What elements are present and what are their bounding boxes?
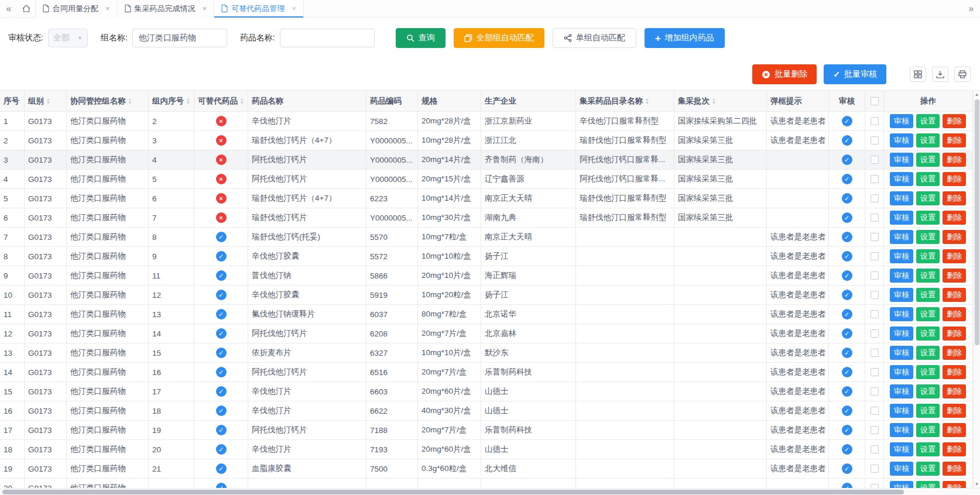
row-review-button[interactable]: 审核 (890, 404, 913, 418)
col-header-replaceable[interactable]: 可替代药品▲▼ (194, 91, 248, 111)
horizontal-scrollbar[interactable] (0, 488, 980, 495)
sort-icons[interactable]: ▲▼ (46, 98, 50, 104)
scroll-down-icon[interactable]: ▼ (975, 480, 979, 488)
row-settings-button[interactable]: 设置 (916, 230, 940, 244)
row-settings-button[interactable]: 设置 (916, 384, 940, 398)
row-review-button[interactable]: 审核 (890, 423, 913, 437)
row-settings-button[interactable]: 设置 (916, 153, 940, 167)
tabs-scroll-left-icon[interactable]: « (0, 4, 18, 14)
table-row[interactable]: 1G0173他汀类口服药物2×辛伐他汀片758220mg*28片/盒浙江京新药业… (0, 112, 973, 131)
query-button[interactable]: 查询 (396, 28, 446, 48)
horizontal-scrollbar-thumb[interactable] (2, 490, 904, 494)
sort-desc-icon[interactable]: ▼ (46, 101, 50, 104)
scroll-up-icon[interactable]: ▲ (975, 91, 979, 98)
row-delete-button[interactable]: 删除 (943, 404, 966, 418)
row-select-checkbox[interactable] (871, 465, 879, 473)
row-review-button[interactable]: 审核 (890, 481, 913, 488)
group-name-input[interactable] (132, 29, 227, 47)
table-row[interactable]: 12G0173他汀类口服药物14✓阿托伐他汀钙片620820mg*7片/盒北京嘉… (0, 324, 973, 343)
tabs-scroll-right-icon[interactable]: » (962, 4, 980, 14)
table-row[interactable]: 18G0173他汀类口服药物20✓辛伐他汀片719320mg*60片/盒山德士该… (0, 440, 973, 459)
row-select-checkbox[interactable] (871, 175, 879, 183)
row-settings-button[interactable]: 设置 (916, 365, 940, 379)
table-row[interactable]: 20G0173他汀类口服药物✓✓审核设置删除 (0, 479, 973, 488)
row-review-button[interactable]: 审核 (890, 172, 913, 186)
table-row[interactable]: 17G0173他汀类口服药物19✓阿托伐他汀钙片718820mg*7片/盒乐普制… (0, 421, 973, 440)
table-row[interactable]: 10G0173他汀类口服药物12✓辛伐他汀胶囊591910mg*20粒/盒扬子江… (0, 286, 973, 305)
col-header-group[interactable]: 组别▲▼ (25, 91, 67, 111)
col-header-catalog_name[interactable]: 集采药品目录名称▲▼ (576, 91, 674, 111)
row-select-checkbox[interactable] (871, 271, 879, 280)
table-row[interactable]: 19G0173他汀类口服药物21✓血脂康胶囊75000.3g*60粒/盒北大维信… (0, 459, 973, 479)
sort-icons[interactable]: ▲▼ (645, 98, 649, 104)
vertical-scrollbar[interactable]: ▲ ▼ (973, 91, 980, 488)
row-settings-button[interactable]: 设置 (916, 326, 940, 341)
table-row[interactable]: 16G0173他汀类口服药物18✓辛伐他汀片662240mg*30片/盒山德士该… (0, 401, 973, 421)
sort-icons[interactable]: ▲▼ (128, 98, 132, 104)
row-select-checkbox[interactable] (871, 426, 879, 434)
row-review-button[interactable]: 审核 (890, 191, 913, 205)
row-settings-button[interactable]: 设置 (916, 269, 940, 283)
row-settings-button[interactable]: 设置 (916, 404, 940, 418)
col-header-inner_seq[interactable]: 组内序号▲▼ (149, 91, 194, 111)
sort-desc-icon[interactable]: ▼ (712, 101, 716, 104)
row-settings-button[interactable]: 设置 (916, 133, 940, 147)
row-delete-button[interactable]: 删除 (943, 442, 966, 456)
row-delete-button[interactable]: 删除 (943, 211, 966, 225)
table-row[interactable]: 2G0173他汀类口服药物3×瑞舒伐他汀钙片（4+7）Y0000005...10… (0, 131, 973, 150)
sort-desc-icon[interactable]: ▼ (186, 101, 190, 104)
table-row[interactable]: 15G0173他汀类口服药物17✓辛伐他汀片660320mg*60片/盒山德士该… (0, 382, 973, 401)
drug-name-input[interactable] (280, 29, 375, 47)
row-review-button[interactable]: 审核 (890, 365, 913, 379)
row-delete-button[interactable]: 删除 (943, 384, 966, 398)
home-icon[interactable] (18, 0, 35, 18)
row-delete-button[interactable]: 删除 (943, 172, 966, 186)
row-review-button[interactable]: 审核 (890, 211, 913, 225)
table-row[interactable]: 11G0173他汀类口服药物13✓氟伐他汀钠缓释片603780mg*7粒/盒北京… (0, 305, 973, 324)
row-review-button[interactable]: 审核 (890, 384, 913, 398)
row-select-checkbox[interactable] (871, 349, 879, 357)
row-delete-button[interactable]: 删除 (943, 230, 966, 244)
batch-delete-button[interactable]: 批量删除 (752, 64, 817, 84)
tab-close-icon[interactable]: × (105, 5, 110, 12)
row-select-checkbox[interactable] (871, 445, 879, 453)
table-row[interactable]: 5G0173他汀类口服药物6×瑞舒伐他汀钙片（4+7）622310mg*14片/… (0, 189, 973, 208)
sort-desc-icon[interactable]: ▼ (645, 101, 649, 104)
table-row[interactable]: 9G0173他汀类口服药物11✓普伐他汀钠586620mg*10片/盒海正辉瑞该… (0, 266, 973, 286)
print-button[interactable] (954, 67, 971, 82)
col-header-batch[interactable]: 集采批次▲▼ (674, 91, 767, 111)
table-row[interactable]: 14G0173他汀类口服药物16✓阿托伐他汀钙片651620mg*7片/盒乐普制… (0, 363, 973, 382)
row-settings-button[interactable]: 设置 (916, 249, 940, 263)
row-review-button[interactable]: 审核 (890, 326, 913, 341)
row-delete-button[interactable]: 删除 (943, 365, 966, 379)
table-row[interactable]: 13G0173他汀类口服药物15✓依折麦布片632710mg*10片/盒默沙东该… (0, 343, 973, 363)
row-settings-button[interactable]: 设置 (916, 307, 940, 321)
row-delete-button[interactable]: 删除 (943, 307, 966, 321)
tab-2[interactable]: 集采药品完成情况× (118, 0, 215, 18)
export-button[interactable] (932, 67, 948, 82)
tab-3[interactable]: 可替代药品管理× (214, 0, 304, 18)
row-delete-button[interactable]: 删除 (943, 114, 966, 128)
row-delete-button[interactable]: 删除 (943, 326, 966, 341)
row-settings-button[interactable]: 设置 (916, 481, 940, 488)
row-delete-button[interactable]: 删除 (943, 462, 966, 476)
sort-icons[interactable]: ▲▼ (712, 98, 716, 104)
col-header-group_name[interactable]: 协同管控组名称▲▼ (67, 91, 149, 111)
row-settings-button[interactable]: 设置 (916, 423, 940, 437)
row-delete-button[interactable]: 删除 (943, 423, 966, 437)
row-settings-button[interactable]: 设置 (916, 172, 940, 186)
row-delete-button[interactable]: 删除 (943, 153, 966, 167)
row-select-checkbox[interactable] (871, 194, 879, 202)
row-delete-button[interactable]: 删除 (943, 133, 966, 147)
row-select-checkbox[interactable] (871, 214, 879, 222)
row-delete-button[interactable]: 删除 (943, 269, 966, 283)
row-select-checkbox[interactable] (871, 291, 879, 299)
row-settings-button[interactable]: 设置 (916, 346, 940, 360)
row-settings-button[interactable]: 设置 (916, 211, 940, 225)
row-review-button[interactable]: 审核 (890, 346, 913, 360)
row-settings-button[interactable]: 设置 (916, 462, 940, 476)
row-select-checkbox[interactable] (871, 252, 879, 260)
tab-close-icon[interactable]: × (292, 5, 296, 12)
row-review-button[interactable]: 审核 (890, 307, 913, 321)
row-review-button[interactable]: 审核 (890, 153, 913, 167)
